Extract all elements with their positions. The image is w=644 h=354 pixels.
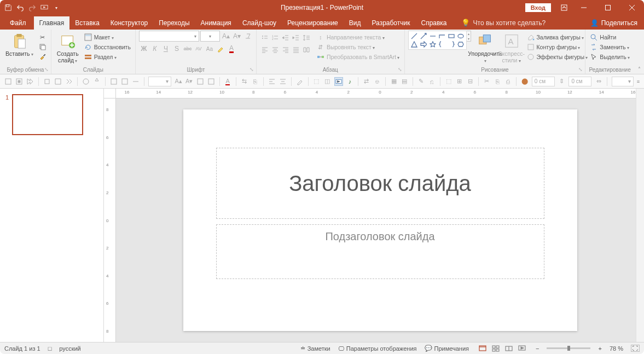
strike-button[interactable]: abc xyxy=(183,44,193,54)
st-btn-31[interactable]: ✂ xyxy=(483,77,491,86)
select-button[interactable]: Выделить xyxy=(589,53,631,61)
st-height[interactable]: 0 см xyxy=(532,77,555,86)
st-btn-19[interactable]: ⬚ xyxy=(312,77,320,86)
find-button[interactable]: Найти xyxy=(589,33,631,42)
align-right-button[interactable] xyxy=(281,45,291,55)
share-button[interactable]: 👤 Поделиться xyxy=(584,16,644,30)
font-color-button[interactable]: A xyxy=(227,44,236,54)
normal-view-button[interactable] xyxy=(477,344,489,353)
numbering-button[interactable]: 12 xyxy=(270,33,280,43)
st-btn-7[interactable] xyxy=(82,77,90,86)
st-btn-8[interactable] xyxy=(93,77,101,86)
st-btn-1[interactable] xyxy=(4,77,12,86)
tab-help[interactable]: Справка xyxy=(415,16,452,30)
st-combo-1[interactable]: ▾ xyxy=(148,77,171,86)
st-btn-30[interactable]: ⊟ xyxy=(466,77,474,86)
qat-customize-icon[interactable]: ▾ xyxy=(53,4,60,11)
st-btn-27[interactable]: ⎌ xyxy=(428,77,436,86)
st-btn-10[interactable] xyxy=(121,77,129,86)
st-btn-34[interactable]: ⬤ xyxy=(521,77,529,86)
st-btn-35[interactable]: ⇕ xyxy=(558,77,566,86)
shrink-font-button[interactable]: A▾ xyxy=(232,31,242,41)
signin-button[interactable]: Вход xyxy=(525,3,551,12)
columns-button[interactable] xyxy=(301,45,311,55)
convert-smartart-button[interactable]: Преобразовать в SmartArt xyxy=(316,53,401,61)
shape-fill-button[interactable]: Заливка фигуры xyxy=(526,33,589,42)
st-btn-24[interactable]: ▦ xyxy=(390,77,398,86)
italic-button[interactable]: К xyxy=(150,44,160,54)
thumbnail-preview[interactable] xyxy=(12,94,83,135)
replace-button[interactable]: Заменить xyxy=(589,43,631,51)
start-from-beginning-icon[interactable] xyxy=(40,4,48,11)
st-btn-20[interactable]: ◫ xyxy=(323,77,331,86)
section-button[interactable]: Раздел xyxy=(83,53,132,61)
st-btn-11[interactable] xyxy=(132,77,140,86)
drawing-dialog-icon[interactable]: ⤡ xyxy=(578,67,583,72)
st-btn-active[interactable] xyxy=(334,77,343,86)
maximize-button[interactable] xyxy=(596,0,620,15)
horizontal-ruler[interactable]: 1614121086420246810121416 xyxy=(116,89,644,98)
arrange-button[interactable]: Упорядочить xyxy=(473,31,497,63)
sorter-view-button[interactable] xyxy=(490,344,502,353)
st-combo-end[interactable]: ▾ xyxy=(612,77,634,86)
st-btn-12[interactable] xyxy=(196,77,204,86)
st-width[interactable]: 0 см xyxy=(568,77,591,86)
reading-view-button[interactable] xyxy=(503,344,515,353)
shadow-button[interactable]: S xyxy=(172,44,182,54)
minimize-button[interactable] xyxy=(572,0,596,15)
st-more-icon[interactable]: ≡ xyxy=(637,79,640,84)
tab-animations[interactable]: Анимация xyxy=(195,16,237,30)
grow-font-button[interactable]: A▴ xyxy=(221,31,231,41)
st-btn-18[interactable] xyxy=(296,77,304,86)
save-icon[interactable] xyxy=(4,4,12,11)
st-btn-2[interactable] xyxy=(15,77,23,86)
close-button[interactable] xyxy=(620,0,644,15)
justify-button[interactable] xyxy=(291,45,301,55)
st-btn-36[interactable]: ⇔ xyxy=(595,77,602,86)
vertical-ruler[interactable]: 864202468 xyxy=(104,98,116,342)
ribbon-options-icon[interactable] xyxy=(556,0,572,15)
collapse-ribbon-icon[interactable]: ˄ xyxy=(634,30,644,74)
font-size-combo[interactable]: ▾ xyxy=(200,31,220,42)
bullets-button[interactable] xyxy=(260,33,270,43)
tab-review[interactable]: Рецензирование xyxy=(282,16,344,30)
st-btn-15[interactable]: ⎘ xyxy=(251,77,259,86)
st-grow-a[interactable]: A▴ xyxy=(175,77,182,86)
vertical-scrollbar[interactable] xyxy=(636,89,644,342)
text-direction-button[interactable]: ↕Направление текста xyxy=(316,33,401,42)
title-placeholder[interactable]: Заголовок слайда xyxy=(216,148,544,219)
zoom-out-button[interactable]: − xyxy=(536,345,539,352)
fit-to-window-button[interactable]: ⛶ xyxy=(631,345,640,352)
st-btn-25[interactable]: ▤ xyxy=(401,77,409,86)
zoom-in-button[interactable]: + xyxy=(598,345,601,352)
new-slide-button[interactable]: Создать слайд xyxy=(55,31,81,63)
st-shrink-a[interactable]: A▾ xyxy=(185,77,193,86)
tab-transitions[interactable]: Переходы xyxy=(153,16,195,30)
line-spacing-button[interactable] xyxy=(301,33,311,43)
shapes-more-button[interactable]: ▴▾ xyxy=(467,31,471,42)
st-btn-22[interactable]: ⇄ xyxy=(363,77,370,86)
slide-canvas[interactable]: Заголовок слайда Подзаголовок слайда xyxy=(116,98,644,342)
tab-file[interactable]: Файл xyxy=(2,16,34,30)
decrease-indent-button[interactable] xyxy=(281,33,291,43)
char-spacing-button[interactable]: AV xyxy=(194,44,204,54)
subtitle-placeholder[interactable]: Подзаголовок слайда xyxy=(216,224,544,279)
language-status[interactable]: русский xyxy=(59,345,80,352)
shape-effects-button[interactable]: Эффекты фигуры xyxy=(526,53,589,61)
notes-button[interactable]: ≐Заметки xyxy=(300,345,330,352)
undo-icon[interactable] xyxy=(16,4,24,11)
st-btn-26[interactable]: ✎ xyxy=(417,77,425,86)
underline-button[interactable]: Ч xyxy=(161,44,171,54)
st-btn-13[interactable] xyxy=(207,77,215,86)
tab-insert[interactable]: Вставка xyxy=(69,16,105,30)
zoom-percent[interactable]: 78 % xyxy=(610,345,623,352)
tab-design[interactable]: Конструктор xyxy=(105,16,153,30)
paragraph-dialog-icon[interactable]: ⤡ xyxy=(398,67,402,72)
font-family-combo[interactable]: ▾ xyxy=(139,31,199,42)
st-btn-28[interactable]: ⬚ xyxy=(445,77,452,86)
st-btn-23[interactable]: ⎊ xyxy=(374,77,381,86)
st-btn-17[interactable] xyxy=(279,77,287,86)
st-btn-4[interactable] xyxy=(43,77,51,86)
shapes-gallery[interactable] xyxy=(408,31,467,50)
format-painter-button[interactable] xyxy=(38,53,48,61)
